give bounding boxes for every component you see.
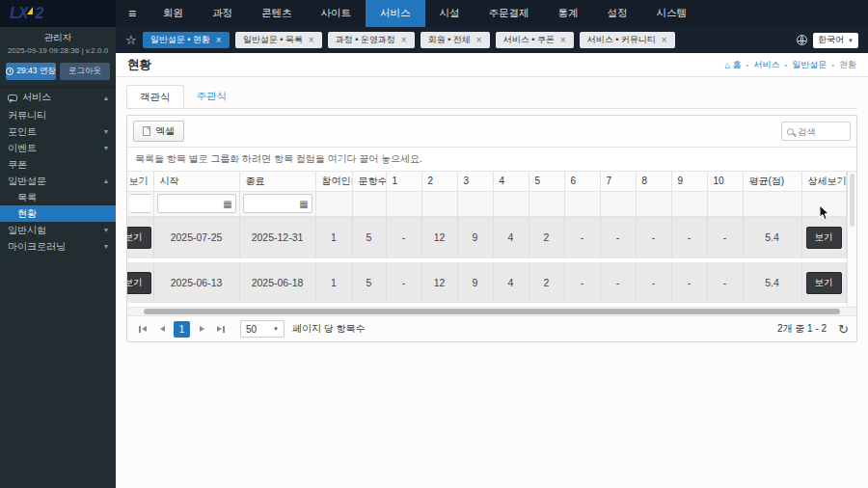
sidebar-item-coupons[interactable]: 쿠폰	[0, 156, 116, 173]
horizontal-scrollbar[interactable]	[127, 307, 856, 315]
column-header-view[interactable]: 보기	[127, 172, 153, 191]
column-header-score-4[interactable]: 4	[493, 172, 529, 191]
cell-score-9: -	[671, 216, 707, 260]
search-input[interactable]	[798, 126, 845, 137]
page-size-select[interactable]: 50 ▼	[240, 320, 285, 338]
last-page-button[interactable]	[213, 321, 229, 337]
calendar-icon[interactable]: ▦	[221, 199, 235, 209]
column-header-score-3[interactable]: 3	[457, 172, 493, 191]
document-tab-strip: ☆ 일반설문 • 현황 × 일반설문 • 목록 × 과정 • 운영과정 × 회원…	[116, 27, 868, 53]
cell-questions: 5	[352, 260, 386, 305]
row-view-button[interactable]: 보기	[127, 272, 151, 294]
cell-score-6: -	[564, 260, 600, 305]
breadcrumb: ⌂ 홈 • 서비스 • 일반설문 • 현황	[725, 59, 856, 71]
horizontal-scrollbar-thumb[interactable]	[144, 309, 840, 314]
cell-start: 2025-07-25	[153, 216, 239, 260]
sidebar-item-points[interactable]: 포인트 ▾	[0, 123, 116, 140]
close-icon[interactable]: ×	[662, 35, 667, 45]
tab-course-operation[interactable]: 과정 • 운영과정 ×	[328, 32, 415, 48]
sidebar-item-survey-list[interactable]: 목록	[0, 189, 116, 205]
breadcrumb-general-survey[interactable]: 일반설문	[792, 59, 827, 71]
topnav-item-facilities[interactable]: 시설	[425, 0, 475, 27]
tab-service-community[interactable]: 서비스 • 커뮤니티 ×	[580, 32, 675, 48]
tab-survey-status[interactable]: 일반설문 • 현황 ×	[143, 32, 230, 48]
end-date-input[interactable]	[244, 199, 297, 209]
cell-average: 5.4	[743, 216, 801, 260]
logout-button[interactable]: 로그아웃	[60, 63, 110, 80]
sidebar-item-general-exam[interactable]: 일반시험 ▾	[0, 222, 116, 238]
favorite-star-icon[interactable]: ☆	[125, 34, 137, 46]
column-header-questions[interactable]: 문항수	[352, 172, 386, 191]
cell-score-8: -	[636, 216, 671, 260]
close-icon[interactable]: ×	[309, 35, 314, 45]
topnav-item-courses[interactable]: 과정	[198, 0, 247, 27]
tab-survey-list[interactable]: 일반설문 • 목록 ×	[235, 32, 322, 48]
current-page-button[interactable]: 1	[174, 321, 190, 338]
topnav-item-members[interactable]: 회원	[149, 0, 198, 27]
column-header-detail[interactable]: 상세보기	[801, 172, 846, 191]
row-view-button[interactable]: 보기	[127, 227, 151, 249]
column-header-participants[interactable]: 참여인원	[315, 172, 352, 191]
sidebar-item-survey-status[interactable]: 현황	[0, 205, 116, 222]
column-header-score-7[interactable]: 7	[600, 172, 636, 191]
close-icon[interactable]: ×	[560, 35, 566, 45]
column-header-score-2[interactable]: 2	[421, 172, 457, 191]
group-by-drop-zone[interactable]: 목록을 항목 별로 그룹화 하려면 항목 컬럼을 여기다 끌어 놓으세요.	[127, 148, 856, 172]
hamburger-icon[interactable]: ≡	[116, 0, 149, 27]
topnav-item-system[interactable]: 시스템	[642, 0, 702, 27]
column-header-start[interactable]: 시작	[153, 172, 239, 191]
app-logo[interactable]: LX 2	[0, 0, 116, 27]
row-detail-button[interactable]: 보기	[806, 227, 842, 249]
first-page-button[interactable]	[135, 321, 150, 337]
topnav-item-site[interactable]: 사이트	[307, 0, 366, 27]
refresh-icon[interactable]: ↻	[838, 323, 849, 336]
close-icon[interactable]: ×	[476, 35, 482, 45]
language-select[interactable]: 한국어 ▼	[813, 33, 858, 48]
column-header-score-6[interactable]: 6	[564, 172, 600, 191]
sidebar-item-events[interactable]: 이벤트 ▾	[0, 140, 116, 156]
table-wrap: 보기 시작 종료 참여인원 문항수 1 2 3 4 5 6 7	[127, 172, 856, 307]
search-icon	[787, 128, 794, 135]
breadcrumb-current: 현황	[839, 59, 856, 71]
close-icon[interactable]: ×	[216, 35, 222, 45]
sidebar-item-general-survey[interactable]: 일반설문 ▴	[0, 173, 116, 189]
topnav-item-settings[interactable]: 설정	[593, 0, 642, 27]
column-header-score-1[interactable]: 1	[386, 172, 421, 191]
column-header-score-10[interactable]: 10	[707, 172, 743, 191]
row-detail-button[interactable]: 보기	[806, 272, 842, 294]
sidebar-item-microlearning[interactable]: 마이크로러닝 ▾	[0, 238, 116, 255]
breadcrumb-home[interactable]: ⌂ 홈	[725, 59, 742, 71]
excel-export-button[interactable]: 엑셀	[133, 121, 184, 142]
topnav-item-orders[interactable]: 주문결제	[475, 0, 544, 27]
tab-subjective[interactable]: 주관식	[184, 85, 240, 108]
topnav-item-contents[interactable]: 콘텐츠	[247, 0, 307, 27]
column-header-score-8[interactable]: 8	[636, 172, 671, 191]
tab-objective[interactable]: 객관식	[126, 85, 184, 108]
tab-service-coupon[interactable]: 서비스 • 쿠폰 ×	[496, 32, 574, 48]
sidebar-section-services[interactable]: 서비스 ▴	[0, 87, 116, 107]
tab-label: 과정 • 운영과정	[336, 34, 395, 46]
topnav-item-statistics[interactable]: 통계	[544, 0, 593, 27]
calendar-icon[interactable]: ▦	[297, 199, 312, 209]
column-header-average[interactable]: 평균(점)	[743, 172, 801, 191]
extend-session-label: 29:43 연장	[16, 66, 56, 77]
start-date-input[interactable]	[158, 199, 221, 209]
breadcrumb-services[interactable]: 서비스	[753, 59, 779, 71]
tab-members-all[interactable]: 회원 • 전체 ×	[420, 32, 490, 48]
topnav-item-services[interactable]: 서비스	[366, 0, 425, 27]
next-page-button[interactable]	[194, 321, 209, 337]
top-nav: 회원 과정 콘텐츠 사이트 서비스 시설 주문결제 통계 설정 시스템	[149, 0, 701, 27]
close-icon[interactable]: ×	[401, 35, 407, 45]
sidebar-item-community[interactable]: 커뮤니티	[0, 107, 116, 123]
column-header-score-9[interactable]: 9	[671, 172, 707, 191]
home-icon: ⌂	[725, 60, 731, 70]
column-header-score-5[interactable]: 5	[529, 172, 564, 191]
vertical-scrollbar-thumb[interactable]	[850, 174, 855, 227]
cell-participants: 1	[315, 260, 352, 305]
column-header-end[interactable]: 종료	[239, 172, 315, 191]
previous-page-button[interactable]	[154, 321, 170, 337]
extend-session-button[interactable]: 29:43 연장	[6, 63, 56, 80]
filter-input-view[interactable]	[130, 194, 150, 213]
vertical-scrollbar[interactable]	[847, 172, 857, 307]
sidebar-item-label: 현황	[17, 205, 37, 222]
